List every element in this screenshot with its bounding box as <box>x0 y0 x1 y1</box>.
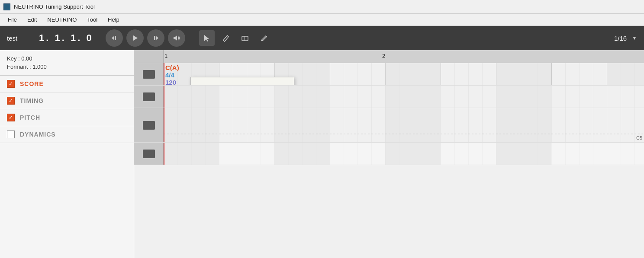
editor-area: 1 2 <box>134 50 644 258</box>
main-content: Key : 0.00 Formant : 1.000 ✓ SCORE ✓ TIM… <box>0 50 644 258</box>
timing-grid <box>164 86 644 108</box>
playhead-timing <box>164 86 164 108</box>
svg-rect-35 <box>274 143 330 165</box>
track-rows: C(A) 4/4 120 Add Tempo Add Time Signatur… <box>134 63 644 258</box>
svg-marker-2 <box>133 35 138 41</box>
svg-marker-0 <box>112 36 114 40</box>
svg-rect-28 <box>274 108 330 142</box>
pitch-track-section: ✓ PITCH <box>0 109 134 126</box>
svg-rect-27 <box>164 108 219 142</box>
app-title: NEUTRINO Tuning Support Tool <box>14 3 95 10</box>
score-content[interactable]: C(A) 4/4 120 Add Tempo Add Time Signatur… <box>164 63 644 85</box>
pitch-control <box>134 108 164 142</box>
sidebar: Key : 0.00 Formant : 1.000 ✓ SCORE ✓ TIM… <box>0 50 134 258</box>
menu-file[interactable]: File <box>3 16 22 24</box>
score-checkbox[interactable]: ✓ <box>7 80 15 88</box>
quantize-display: 1/16 <box>614 35 627 42</box>
svg-rect-30 <box>496 108 551 142</box>
timing-track-label: TIMING <box>20 97 44 104</box>
timing-content[interactable] <box>164 86 644 108</box>
pitch-content[interactable]: C5 <box>164 108 644 142</box>
select-tool-button[interactable] <box>199 30 215 46</box>
svg-rect-24 <box>496 86 551 108</box>
svg-rect-22 <box>274 86 330 108</box>
pitch-track-label: PITCH <box>20 114 40 121</box>
menu-help[interactable]: Help <box>103 16 125 24</box>
svg-rect-18 <box>496 63 551 85</box>
volume-button[interactable] <box>168 29 185 47</box>
tempo-label: 120 <box>165 79 179 85</box>
position-display: 1. 1. 1. 0 <box>39 32 93 44</box>
edit-tool-button[interactable] <box>218 30 234 46</box>
svg-marker-3 <box>156 36 158 40</box>
score-labels: C(A) 4/4 120 <box>165 64 179 85</box>
header-spacer <box>134 50 164 63</box>
svg-rect-34 <box>164 143 219 165</box>
key-label: C(A) <box>165 64 179 71</box>
playhead-pitch <box>164 108 164 142</box>
quantize-dropdown-arrow[interactable]: ▼ <box>632 35 637 41</box>
measure-2: 2 <box>382 53 385 59</box>
dynamics-grid <box>164 143 644 165</box>
menu-tool[interactable]: Tool <box>82 16 103 24</box>
measure-1: 1 <box>164 53 167 59</box>
timing-row <box>134 86 644 108</box>
menu-bar: File Edit NEUTRINO Tool Help <box>0 14 644 26</box>
score-track-label: SCORE <box>20 80 44 87</box>
dynamics-track-section: DYNAMICS <box>0 126 134 143</box>
score-row: C(A) 4/4 120 Add Tempo Add Time Signatur… <box>134 63 644 86</box>
pitch-row: C5 <box>134 108 644 143</box>
measure-numbers: 1 2 <box>164 50 644 63</box>
timing-checkbox[interactable]: ✓ <box>7 97 15 105</box>
score-track-section: ✓ SCORE <box>0 76 134 92</box>
svg-rect-4 <box>154 36 155 40</box>
svg-rect-23 <box>385 86 441 108</box>
context-menu: Add Tempo Add Time Signature Add Key Sig… <box>190 77 294 85</box>
pitch-handle[interactable] <box>143 121 155 130</box>
svg-rect-8 <box>242 36 248 41</box>
timing-control <box>134 86 164 108</box>
pitch-grid <box>164 108 644 142</box>
app-icon <box>3 3 10 10</box>
track-name: test <box>7 35 29 42</box>
rewind-button[interactable] <box>106 29 123 47</box>
key-param: Key : 0.00 <box>7 55 127 62</box>
dynamics-track-label: DYNAMICS <box>20 131 56 138</box>
dynamics-checkbox[interactable] <box>7 131 15 138</box>
toolbar: test 1. 1. 1. 0 <box>0 26 644 50</box>
score-control <box>134 63 164 85</box>
play-button[interactable] <box>126 29 144 47</box>
svg-rect-37 <box>496 143 551 165</box>
svg-marker-5 <box>174 35 177 41</box>
sidebar-params: Key : 0.00 Formant : 1.000 <box>0 50 134 76</box>
formant-param: Formant : 1.000 <box>7 64 127 70</box>
score-handle[interactable] <box>143 70 155 79</box>
title-bar: NEUTRINO Tuning Support Tool <box>0 0 644 14</box>
playhead-dynamics <box>164 143 164 165</box>
svg-rect-17 <box>385 63 441 85</box>
pencil-tool-button[interactable] <box>256 30 272 46</box>
svg-line-10 <box>261 40 262 41</box>
dynamics-control <box>134 143 164 165</box>
measure-header: 1 2 <box>134 50 644 63</box>
erase-tool-button[interactable] <box>237 30 253 46</box>
add-tempo-item[interactable]: Add Tempo <box>191 80 294 85</box>
menu-edit[interactable]: Edit <box>22 16 42 24</box>
svg-marker-6 <box>204 35 209 41</box>
svg-rect-29 <box>385 108 441 142</box>
playhead-score <box>164 63 164 85</box>
dynamics-row <box>134 143 644 165</box>
svg-line-7 <box>227 35 229 37</box>
svg-rect-1 <box>115 36 116 40</box>
svg-rect-36 <box>385 143 441 165</box>
forward-button[interactable] <box>147 29 164 47</box>
dynamics-handle[interactable] <box>143 150 155 158</box>
pitch-checkbox[interactable]: ✓ <box>7 114 15 121</box>
timing-track-section: ✓ TIMING <box>0 92 134 109</box>
svg-rect-21 <box>164 86 219 108</box>
c5-label: C5 <box>636 135 642 140</box>
timing-handle[interactable] <box>143 92 155 101</box>
dynamics-content[interactable] <box>164 143 644 165</box>
menu-neutrino[interactable]: NEUTRINO <box>42 16 82 24</box>
time-sig-label: 4/4 <box>165 71 179 79</box>
